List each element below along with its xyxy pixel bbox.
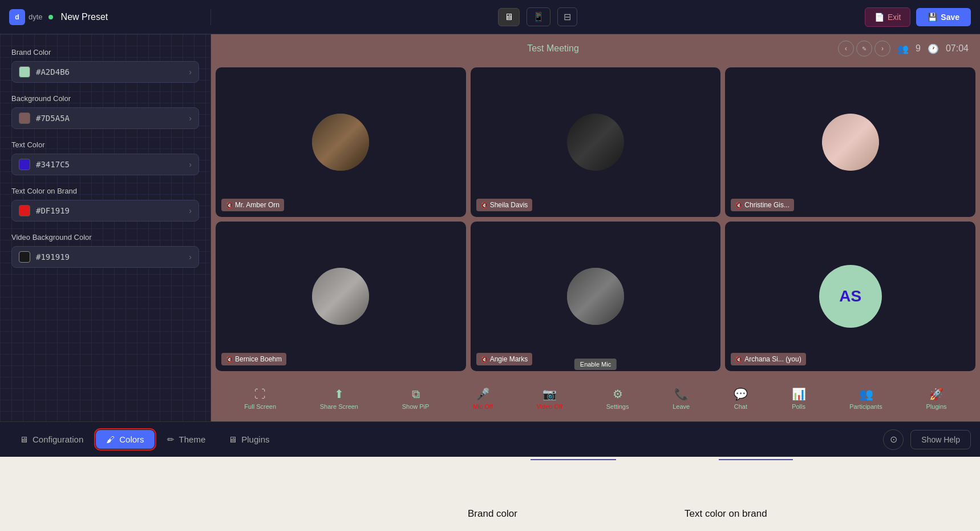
avatar-4: [312, 268, 369, 325]
text-on-brand-chevron: ›: [189, 206, 192, 215]
brand-color-input[interactable]: #A2D4B6 ›: [11, 61, 199, 83]
text-color-on-brand-input[interactable]: #DF1919 ›: [11, 200, 199, 222]
chat-label: Chat: [734, 403, 747, 410]
brand-color-chevron: ›: [189, 67, 192, 77]
prev-arrow[interactable]: ‹: [838, 41, 854, 57]
preview-header: Test Meeting ‹ ✎ › 👥 9 🕐 07:04: [211, 34, 980, 63]
header-right: ‹ ✎ › 👥 9 🕐 07:04: [838, 41, 969, 57]
clock-icon: 🕐: [928, 43, 939, 54]
status-indicator: [48, 15, 53, 19]
plugins-toolbar-label: Plugins: [926, 403, 946, 410]
avatar-5: [567, 268, 624, 325]
exit-label: Exit: [888, 13, 901, 22]
next-arrow[interactable]: ›: [874, 41, 890, 57]
brand-color-annotation: Brand color: [468, 508, 517, 520]
participant-name-5: 🔇 Angie Marks: [476, 353, 533, 365]
video-off-btn[interactable]: 📷 Video Off: [536, 387, 562, 410]
settings-btn[interactable]: ⚙ Settings: [606, 387, 629, 410]
logo-text: dyte: [29, 13, 43, 21]
topbar-center: 🖥 📱 ⊟: [211, 7, 865, 26]
show-pip-btn[interactable]: ⧉ Show PiP: [402, 388, 430, 410]
show-help-button[interactable]: Show Help: [910, 430, 971, 449]
video-bg-chevron: ›: [189, 252, 192, 262]
tab-configuration[interactable]: 🖥 Configuration: [9, 430, 94, 449]
preset-name: New Preset: [61, 12, 108, 22]
text-color-label: Text Color: [11, 140, 199, 149]
mute-icon-2: 🔇: [481, 202, 488, 208]
leave-label: Leave: [673, 403, 690, 410]
mic-off-btn[interactable]: 🎤 Mic Off: [473, 387, 493, 410]
preview-area: Test Meeting ‹ ✎ › 👥 9 🕐 07:04: [211, 34, 980, 421]
brand-color-label: Brand Color: [11, 48, 199, 57]
participants-icon: 👥: [859, 387, 873, 401]
settings-icon: ⚙: [613, 387, 623, 401]
topbar: d dyte New Preset 🖥 📱 ⊟ 📄 Exit 💾 Save: [0, 0, 980, 34]
participant-icon: 👥: [897, 43, 909, 54]
left-panel: Brand Color #A2D4B6 › Background Color #…: [0, 34, 211, 421]
text-on-brand-swatch-row: #DF1919: [19, 205, 70, 216]
text-on-brand-hex: #DF1919: [36, 206, 70, 215]
leave-btn[interactable]: 📞 Leave: [673, 387, 690, 410]
avatar-2: [567, 114, 624, 171]
enable-mic-tooltip: Enable Mic: [574, 359, 617, 370]
brand-color-swatch: [19, 66, 30, 78]
pip-icon: ⧉: [412, 388, 420, 401]
background-color-input[interactable]: #7D5A5A ›: [11, 107, 199, 129]
share-screen-btn[interactable]: ⬆ Share Screen: [320, 387, 358, 410]
video-bg-color-input[interactable]: #191919 ›: [11, 246, 199, 268]
github-button[interactable]: ⊙: [883, 429, 904, 450]
tab-theme[interactable]: ✏ Theme: [157, 430, 216, 449]
save-button[interactable]: 💾 Save: [916, 8, 971, 26]
fullscreen-btn[interactable]: ⛶ Full Screen: [244, 388, 276, 410]
video-cell-3: 🔇 Christine Gis...: [725, 67, 975, 217]
plugins-toolbar-icon: 🚀: [929, 387, 943, 401]
polls-btn[interactable]: 📊 Polls: [792, 387, 806, 410]
video-bg-color-field: Video Background Color #191919 ›: [11, 233, 199, 268]
participant-label-2: Sheila Davis: [490, 201, 528, 209]
configuration-label: Configuration: [33, 435, 83, 444]
polls-icon: 📊: [792, 387, 806, 401]
text-color-on-brand-annotation: Text color on brand: [685, 508, 767, 520]
fullscreen-label: Full Screen: [244, 403, 276, 410]
video-cell-5: 🔇 Angie Marks: [471, 222, 721, 371]
avatar-1: [312, 114, 369, 171]
text-on-brand-swatch: [19, 205, 30, 216]
video-bg-color-label: Video Background Color: [11, 233, 199, 242]
github-icon: ⊙: [890, 434, 897, 445]
view-desktop-btn[interactable]: 🖥: [498, 8, 520, 26]
topbar-left: d dyte New Preset: [0, 9, 211, 25]
mute-icon-1: 🔇: [226, 202, 233, 208]
participant-name-6: 🔇 Archana Si... (you): [731, 353, 805, 365]
chat-btn[interactable]: 💬 Chat: [734, 387, 748, 410]
video-cell-1: 🔇 Mr. Amber Orn: [216, 67, 466, 217]
tab-plugins[interactable]: 🖥 Plugins: [218, 430, 280, 449]
share-screen-icon: ⬆: [334, 387, 344, 401]
exit-icon: 📄: [874, 13, 884, 22]
theme-icon: ✏: [167, 435, 175, 445]
text-color-input[interactable]: #3417C5 ›: [11, 154, 199, 175]
plugins-tab-icon: 🖥: [228, 435, 237, 444]
participant-name-3: 🔇 Christine Gis...: [731, 199, 794, 211]
configuration-icon: 🖥: [19, 435, 28, 444]
pip-label: Show PiP: [402, 403, 430, 410]
participants-label: Participants: [849, 403, 882, 410]
leave-icon: 📞: [674, 387, 689, 401]
avatar-3: [822, 114, 879, 171]
plugins-btn[interactable]: 🚀 Plugins: [926, 387, 946, 410]
bg-color-swatch: [19, 112, 30, 124]
colors-label: Colors: [119, 435, 144, 444]
view-split-btn[interactable]: ⊟: [557, 7, 577, 26]
participant-name-1: 🔇 Mr. Amber Orn: [221, 199, 284, 211]
participants-btn[interactable]: 👥 Participants: [849, 387, 882, 410]
topbar-right: 📄 Exit 💾 Save: [865, 7, 980, 27]
bg-color-chevron: ›: [189, 114, 192, 123]
mic-off-icon: 🎤: [476, 387, 490, 401]
text-color-on-brand-label: Text Color on Brand: [11, 187, 199, 195]
bg-color-hex: #7D5A5A: [36, 114, 70, 123]
view-tablet-btn[interactable]: 📱: [527, 7, 550, 26]
pencil-btn[interactable]: ✎: [856, 41, 872, 57]
exit-button[interactable]: 📄 Exit: [865, 7, 910, 27]
participant-name-4: 🔇 Bernice Boehm: [221, 353, 286, 365]
video-off-icon: 📷: [542, 387, 557, 401]
tab-colors[interactable]: 🖌 Colors: [96, 430, 154, 449]
